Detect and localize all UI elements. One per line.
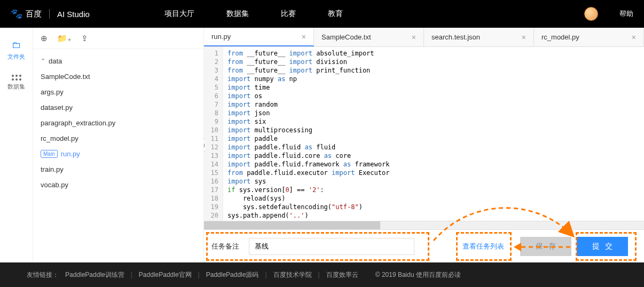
main-area: 🗀 文件夹 数据集 ⊕ 📁₊ ⇪ ⌃ data SampleCode.txt a…: [0, 28, 644, 262]
tab-run-py[interactable]: run.py×: [204, 28, 314, 46]
new-file-icon[interactable]: ⊕: [41, 34, 48, 43]
view-tasks-link[interactable]: 查看任务列表: [462, 242, 504, 251]
nav-competitions[interactable]: 比赛: [281, 9, 296, 19]
tab-label: run.py: [211, 33, 231, 41]
avatar[interactable]: [584, 7, 598, 21]
submit-button[interactable]: 提交: [577, 237, 628, 256]
rail-files-label: 文件夹: [7, 53, 25, 61]
top-navbar: 🐾 百度 AI Studio 项目大厅 数据集 比赛 教育 帮助: [0, 0, 644, 28]
nav-datasets[interactable]: 数据集: [226, 9, 249, 19]
tab-label: rc_model.py: [541, 33, 579, 41]
tree-folder-label: data: [49, 57, 62, 65]
file-explorer: ⊕ 📁₊ ⇪ ⌃ data SampleCode.txt args.py dat…: [33, 28, 204, 262]
editor-area: run.py× SampleCode.txt× search.test.json…: [204, 28, 644, 262]
remark-input[interactable]: [249, 238, 414, 255]
top-nav: 项目大厅 数据集 比赛 教育: [164, 9, 343, 19]
rail-datasets-label: 数据集: [7, 83, 25, 91]
tree-folder-data[interactable]: ⌃ data: [33, 53, 203, 69]
file-toolbar: ⊕ 📁₊ ⇪: [33, 28, 203, 49]
tree-file[interactable]: paragraph_extraction.py: [33, 115, 203, 131]
logo-studio-text: AI Studio: [57, 10, 90, 19]
logo-baidu-text: 百度: [26, 9, 42, 19]
dataset-icon: [12, 75, 21, 81]
line-gutter: 123456789101112131415161718192021222324: [204, 47, 223, 221]
tree-file[interactable]: train.py: [33, 162, 203, 177]
close-icon[interactable]: ×: [522, 33, 526, 42]
tab-samplecode[interactable]: SampleCode.txt×: [314, 28, 424, 46]
tab-search-json[interactable]: search.test.json×: [424, 28, 534, 46]
submit-bar: 任务备注 查看任务列表 保存 提交: [204, 229, 644, 262]
horizontal-scrollbar[interactable]: [204, 221, 644, 229]
left-rail: 🗀 文件夹 数据集: [0, 28, 33, 262]
collapse-handle-icon[interactable]: ◀: [204, 139, 205, 152]
main-tag: Main: [41, 150, 58, 158]
rail-datasets[interactable]: 数据集: [7, 75, 25, 91]
tree-file-main[interactable]: Main run.py: [33, 146, 203, 162]
logo[interactable]: 🐾 百度 AI Studio: [11, 8, 90, 20]
tree-main-file-label: run.py: [61, 150, 80, 158]
paw-icon: 🐾: [11, 8, 22, 20]
folder-icon: 🗀: [12, 39, 21, 51]
code-editor[interactable]: ◀ 12345678910111213141516171819202122232…: [204, 47, 644, 221]
top-right: 帮助: [584, 7, 633, 21]
tab-label: SampleCode.txt: [321, 33, 371, 41]
tree-file[interactable]: rc_model.py: [33, 131, 203, 146]
close-icon[interactable]: ×: [632, 33, 636, 42]
footer-link[interactable]: PaddlePaddle训练营: [65, 270, 124, 280]
tab-rc-model[interactable]: rc_model.py×: [534, 28, 644, 46]
nav-projects[interactable]: 项目大厅: [164, 9, 194, 19]
upload-icon[interactable]: ⇪: [81, 34, 88, 43]
footer-copyright: © 2019 Baidu 使用百度前必读: [375, 270, 461, 280]
code-content[interactable]: from __future__ import absolute_importfr…: [223, 47, 644, 221]
tab-label: search.test.json: [431, 33, 480, 41]
remark-label: 任务备注: [211, 242, 239, 251]
footer-link[interactable]: 百度技术学院: [273, 270, 312, 280]
nav-education[interactable]: 教育: [328, 9, 343, 19]
tree-file[interactable]: SampleCode.txt: [33, 69, 203, 84]
footer-link[interactable]: PaddlePaddle源码: [206, 270, 259, 280]
file-tree: ⌃ data SampleCode.txt args.py dataset.py…: [33, 49, 203, 197]
help-link[interactable]: 帮助: [619, 9, 633, 19]
editor-tabs: run.py× SampleCode.txt× search.test.json…: [204, 28, 644, 47]
footer-prefix: 友情链接：: [27, 270, 59, 280]
footer-link[interactable]: PaddlePaddle官网: [139, 270, 192, 280]
new-folder-icon[interactable]: 📁₊: [57, 34, 72, 43]
tree-file[interactable]: dataset.py: [33, 100, 203, 115]
close-icon[interactable]: ×: [302, 33, 306, 41]
tree-file[interactable]: vocab.py: [33, 177, 203, 193]
footer-link[interactable]: 百度效率云: [326, 270, 358, 280]
rail-files[interactable]: 🗀 文件夹: [7, 39, 25, 61]
close-icon[interactable]: ×: [412, 33, 416, 42]
scrollbar-thumb[interactable]: [204, 221, 380, 229]
caret-icon: ⌃: [41, 58, 45, 65]
logo-divider: [49, 9, 50, 19]
save-button[interactable]: 保存: [520, 237, 571, 256]
tree-file[interactable]: args.py: [33, 84, 203, 100]
footer: 友情链接： PaddlePaddle训练营| PaddlePaddle官网| P…: [0, 262, 644, 287]
